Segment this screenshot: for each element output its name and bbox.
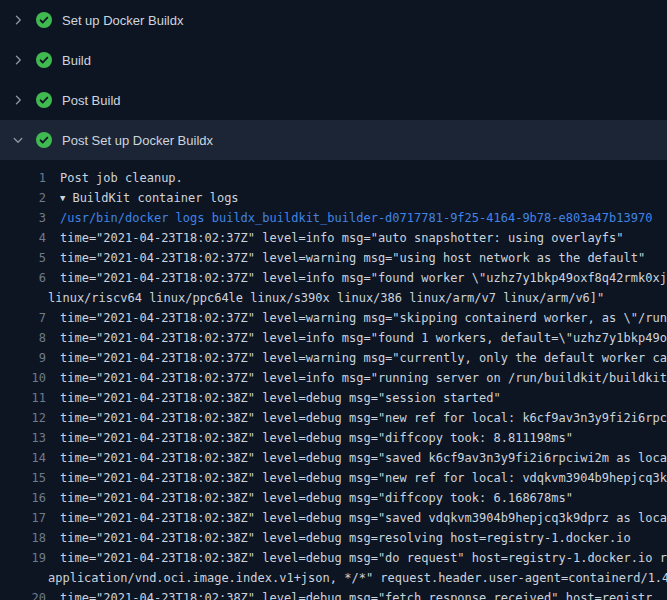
log-line-number[interactable]: 20 [0, 588, 46, 600]
chevron-icon[interactable] [10, 12, 26, 28]
actions-log-viewer: Set up Docker Buildx Build Post Buil [0, 0, 667, 600]
step-title: Build [62, 53, 91, 68]
log-line-text: time="2021-04-23T18:02:37Z" level=warnin… [60, 248, 645, 268]
log-line-number[interactable]: 17 [0, 508, 46, 528]
log-line-number[interactable]: 12 [0, 408, 46, 428]
log-line-continuation: linux/riscv64 linux/ppc64le linux/s390x … [0, 288, 667, 308]
log-line-text: time="2021-04-23T18:02:37Z" level=info m… [60, 268, 667, 288]
step-header[interactable]: Post Build [0, 80, 667, 120]
log-line-text: time="2021-04-23T18:02:38Z" level=debug … [60, 488, 573, 508]
check-circle-icon [36, 92, 52, 108]
log-line-number[interactable]: 11 [0, 388, 46, 408]
log-line-number[interactable] [0, 568, 46, 588]
log-line-number[interactable]: 1 [0, 168, 46, 188]
log-line-text: time="2021-04-23T18:02:38Z" level=debug … [60, 388, 501, 408]
log-line-text: time="2021-04-23T18:02:37Z" level=warnin… [60, 348, 667, 368]
log-line: 6 time="2021-04-23T18:02:37Z" level=info… [0, 268, 667, 288]
log-line: 4 time="2021-04-23T18:02:37Z" level=info… [0, 228, 667, 248]
log-line-text: time="2021-04-23T18:02:37Z" level=info m… [60, 328, 667, 348]
log-line-number[interactable]: 6 [0, 268, 46, 288]
log-line-number[interactable]: 5 [0, 248, 46, 268]
log-line-number[interactable]: 2 [0, 188, 46, 208]
log-line-text: time="2021-04-23T18:02:37Z" level=info m… [60, 228, 624, 248]
step-header[interactable]: Set up Docker Buildx [0, 0, 667, 40]
log-line-text: time="2021-04-23T18:02:38Z" level=debug … [60, 448, 667, 468]
log-line-number[interactable]: 4 [0, 228, 46, 248]
log-area: 1 Post job cleanup. 2 ▼BuildKit containe… [0, 160, 667, 600]
log-line-text: time="2021-04-23T18:02:37Z" level=info m… [60, 368, 667, 388]
check-circle-icon [36, 52, 52, 68]
log-line: 3 /usr/bin/docker logs buildx_buildkit_b… [0, 208, 667, 228]
step-title: Post Build [62, 93, 121, 108]
step-header[interactable]: Build [0, 40, 667, 80]
log-line: 15 time="2021-04-23T18:02:38Z" level=deb… [0, 468, 667, 488]
log-line-text: time="2021-04-23T18:02:38Z" level=debug … [60, 408, 667, 428]
log-line: 2 ▼BuildKit container logs [0, 188, 667, 208]
log-line-text: time="2021-04-23T18:02:38Z" level=debug … [60, 468, 667, 488]
log-line: 13 time="2021-04-23T18:02:38Z" level=deb… [0, 428, 667, 448]
log-line: 1 Post job cleanup. [0, 168, 667, 188]
chevron-icon[interactable] [10, 52, 26, 68]
log-line-text: BuildKit container logs [72, 188, 238, 208]
step-header[interactable]: Post Set up Docker Buildx [0, 120, 667, 160]
check-circle-icon [36, 12, 52, 28]
log-line-text: application/vnd.oci.image.index.v1+json,… [48, 568, 667, 588]
log-line-text: time="2021-04-23T18:02:38Z" level=debug … [60, 548, 667, 568]
log-line-text: time="2021-04-23T18:02:37Z" level=warnin… [60, 308, 667, 328]
chevron-icon[interactable] [10, 92, 26, 108]
log-line-number[interactable]: 10 [0, 368, 46, 388]
step-title: Set up Docker Buildx [62, 13, 183, 28]
log-line-number[interactable]: 9 [0, 348, 46, 368]
log-line: 20 time="2021-04-23T18:02:38Z" level=deb… [0, 588, 667, 600]
log-line-text: time="2021-04-23T18:02:38Z" level=debug … [60, 588, 652, 600]
log-line-text: linux/riscv64 linux/ppc64le linux/s390x … [48, 288, 604, 308]
log-line-number[interactable]: 15 [0, 468, 46, 488]
log-line: 10 time="2021-04-23T18:02:37Z" level=inf… [0, 368, 667, 388]
step-list: Set up Docker Buildx Build Post Buil [0, 0, 667, 160]
log-line-text: time="2021-04-23T18:02:38Z" level=debug … [60, 508, 667, 528]
log-line: 19 time="2021-04-23T18:02:38Z" level=deb… [0, 548, 667, 568]
log-line: 7 time="2021-04-23T18:02:37Z" level=warn… [0, 308, 667, 328]
log-line: 17 time="2021-04-23T18:02:38Z" level=deb… [0, 508, 667, 528]
log-line: 9 time="2021-04-23T18:02:37Z" level=warn… [0, 348, 667, 368]
log-line-number[interactable]: 19 [0, 548, 46, 568]
log-line-number[interactable] [0, 288, 46, 308]
check-circle-icon [36, 132, 52, 148]
log-line: 14 time="2021-04-23T18:02:38Z" level=deb… [0, 448, 667, 468]
log-line: 5 time="2021-04-23T18:02:37Z" level=warn… [0, 248, 667, 268]
disclosure-triangle-icon[interactable]: ▼ [60, 188, 65, 208]
log-line: 11 time="2021-04-23T18:02:38Z" level=deb… [0, 388, 667, 408]
log-line: 12 time="2021-04-23T18:02:38Z" level=deb… [0, 408, 667, 428]
log-line-number[interactable]: 18 [0, 528, 46, 548]
log-line-number[interactable]: 8 [0, 328, 46, 348]
log-line-text: time="2021-04-23T18:02:38Z" level=debug … [60, 528, 631, 548]
log-line-text: /usr/bin/docker logs buildx_buildkit_bui… [60, 208, 652, 228]
log-line-number[interactable]: 14 [0, 448, 46, 468]
log-line-continuation: application/vnd.oci.image.index.v1+json,… [0, 568, 667, 588]
log-line: 18 time="2021-04-23T18:02:38Z" level=deb… [0, 528, 667, 548]
log-line-number[interactable]: 7 [0, 308, 46, 328]
log-line: 8 time="2021-04-23T18:02:37Z" level=info… [0, 328, 667, 348]
log-line-number[interactable]: 13 [0, 428, 46, 448]
chevron-icon[interactable] [10, 132, 26, 148]
step-title: Post Set up Docker Buildx [62, 133, 213, 148]
log-line-number[interactable]: 16 [0, 488, 46, 508]
log-line-number[interactable]: 3 [0, 208, 46, 228]
log-line-text: time="2021-04-23T18:02:38Z" level=debug … [60, 428, 573, 448]
log-line: 16 time="2021-04-23T18:02:38Z" level=deb… [0, 488, 667, 508]
log-line-text: Post job cleanup. [60, 168, 183, 188]
